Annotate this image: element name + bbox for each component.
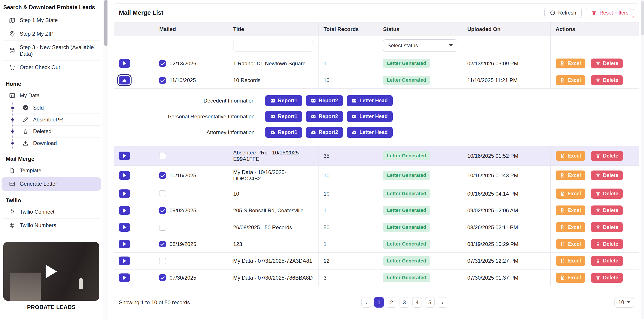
excel-button[interactable]: Excel [556,206,586,216]
section-label: Personal Representative Information [159,113,265,120]
expand-row-button[interactable] [119,152,130,160]
excel-button[interactable]: Excel [556,189,586,199]
mailed-checkbox[interactable] [159,190,166,197]
excel-button[interactable]: Excel [556,151,586,161]
mailed-checkbox[interactable] [159,258,166,264]
page-size-select[interactable]: 10 [614,297,634,308]
sidebar-item-step3-new-search[interactable]: Step 3 - New Search (Available Data) [3,41,101,61]
mailed-checkbox[interactable] [159,153,166,159]
video-thumbnail[interactable] [3,242,99,301]
excel-button[interactable]: Excel [556,256,586,266]
window-scrollbar[interactable] [641,0,644,319]
report1-button[interactable]: Report1 [265,111,302,122]
expand-row-button[interactable] [119,171,130,180]
delete-button[interactable]: Delete [591,58,623,69]
expand-row-button[interactable] [119,223,130,231]
delete-button[interactable]: Delete [591,222,623,232]
sidebar-item-order-check-out[interactable]: Order Check Out [3,61,101,74]
page-button-1[interactable]: 1 [374,297,384,308]
mailed-date: 10/16/2025 [170,172,196,179]
row-title: My Data - 10/16/2025-DDBC24B2 [228,166,318,185]
sidebar-item-step1-my-state[interactable]: Step 1 My State [3,14,101,27]
sidebar-item-deleted[interactable]: Deleted [12,126,101,137]
report1-button[interactable]: Report1 [265,95,302,106]
report2-button[interactable]: Report2 [306,111,343,122]
excel-button[interactable]: Excel [556,58,586,69]
caret-up-icon [122,79,126,82]
letterhead-button[interactable]: Letter Head [347,111,392,122]
collapse-row-button[interactable] [119,76,130,84]
expand-row-button[interactable] [119,257,130,265]
mailed-checkbox[interactable] [159,241,166,248]
delete-button[interactable]: Delete [591,256,623,266]
mailed-checkbox[interactable] [159,207,166,214]
page-button-4[interactable]: 4 [412,297,422,308]
delete-button[interactable]: Delete [591,171,623,181]
filter-row: Select status [114,36,639,55]
mailed-checkbox[interactable] [159,60,166,67]
play-icon[interactable] [46,265,57,278]
envelope-icon [352,98,356,103]
mailed-checkbox[interactable] [159,172,166,179]
column-total-records: Total Records [318,22,378,36]
delete-button[interactable]: Delete [591,75,623,85]
report2-button[interactable]: Report2 [306,95,343,106]
status-filter-select[interactable]: Select status [383,39,457,52]
excel-button[interactable]: Excel [556,75,586,85]
window-scrollbar-thumb[interactable] [641,1,644,35]
excel-button[interactable]: Excel [556,239,586,249]
sidebar-item-twilio-numbers[interactable]: Twilio Numbers [3,219,101,232]
row-title: 10 Records [228,72,318,89]
uploaded-on: 08/26/2025 02:11 PM [462,219,550,236]
expand-row-button[interactable] [119,189,130,198]
reset-filters-button[interactable]: Reset Filters [586,8,634,18]
letterhead-button[interactable]: Letter Head [347,95,392,106]
sidebar-item-step2-my-zip[interactable]: Step 2 My ZIP [3,27,101,41]
delete-button[interactable]: Delete [591,206,623,216]
mailed-date: 09/02/2025 [170,207,196,214]
letterhead-button[interactable]: Letter Head [347,127,392,138]
next-page-button[interactable]: › [438,297,447,308]
sidebar-item-generate-letter[interactable]: Generate Letter [2,177,101,191]
report2-button[interactable]: Report2 [306,127,343,138]
attorney-information-line: Attorney Information Report1 Report2 Let… [159,127,634,138]
excel-button[interactable]: Excel [556,273,586,283]
sidebar-scrollbar-thumb[interactable] [104,0,108,46]
report1-button[interactable]: Report1 [265,127,302,138]
expand-row-button[interactable] [119,206,130,215]
page-button-3[interactable]: 3 [400,297,409,308]
mailed-checkbox[interactable] [159,274,166,281]
title-filter-input[interactable] [233,40,314,51]
expand-row-button[interactable] [119,274,130,282]
sidebar-item-twilio-connect[interactable]: Twilio Connect [3,205,101,219]
sidebar-item-template[interactable]: Template [3,164,101,177]
excel-button[interactable]: Excel [556,222,586,232]
refresh-button[interactable]: Refresh [544,8,582,18]
table-row: My Data - 07/31/2025-72A3DA81 12 Letter … [114,253,639,269]
delete-button[interactable]: Delete [591,189,623,199]
prev-page-button[interactable]: ‹ [362,297,371,308]
mailed-checkbox[interactable] [159,224,166,231]
delete-button[interactable]: Delete [591,151,623,161]
table-row: 09/02/2025 205 S Bonsall Rd, Coatesville… [114,202,639,219]
trash-icon [596,225,600,230]
expand-row-button[interactable] [119,240,130,248]
page-button-2[interactable]: 2 [387,297,396,308]
mail-merge-card: Mail Merge List Refresh Reset Filters [114,3,639,311]
sidebar-item-absenteepr[interactable]: AbsenteePR [12,114,101,126]
sidebar-item-download[interactable]: Download [12,137,101,149]
expand-row-button[interactable] [119,59,130,68]
page-button-5[interactable]: 5 [425,297,434,308]
mailed-checkbox[interactable] [159,77,166,84]
sidebar-item-sold[interactable]: Sold [12,102,101,114]
excel-button[interactable]: Excel [556,171,586,181]
sidebar-scrollbar[interactable] [103,0,108,319]
table-row: 07/30/2025 My Data - 07/30/2025-786BBA8D… [114,269,639,286]
sidebar-item-my-data[interactable]: My Data [3,89,101,102]
refresh-icon [550,10,555,15]
excel-file-icon [560,259,565,263]
row-title: 26/08/2025 - 50 Records [228,219,318,236]
total-records: 1 [318,202,378,219]
delete-button[interactable]: Delete [591,239,623,249]
delete-button[interactable]: Delete [591,273,623,283]
